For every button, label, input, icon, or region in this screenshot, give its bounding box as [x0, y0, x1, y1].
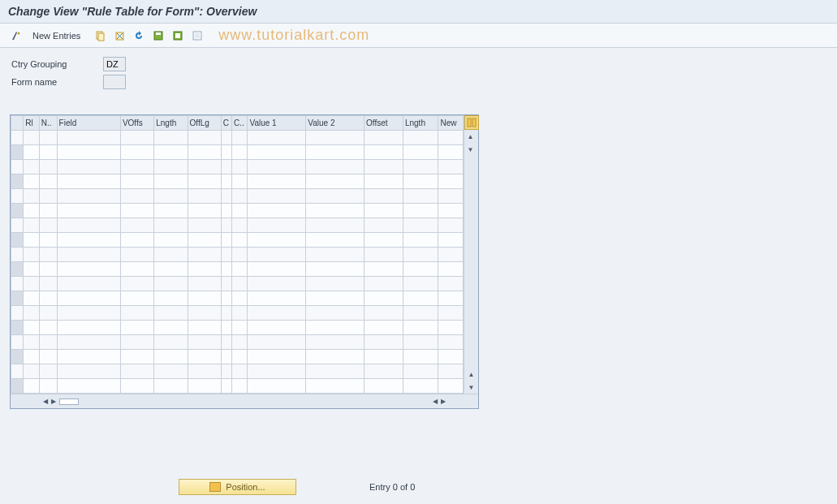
- cell[interactable]: [306, 145, 365, 160]
- toggle-display-icon[interactable]: [8, 28, 24, 44]
- cell[interactable]: [24, 145, 40, 160]
- cell[interactable]: [306, 262, 365, 277]
- undo-icon[interactable]: [131, 28, 147, 44]
- cell[interactable]: [221, 306, 231, 321]
- cell[interactable]: [24, 277, 40, 291]
- cell[interactable]: [403, 335, 438, 350]
- cell[interactable]: [365, 174, 403, 189]
- cell[interactable]: [365, 379, 403, 394]
- horizontal-scrollbar[interactable]: ◀ ▶ ◀ ▶: [11, 394, 478, 408]
- cell[interactable]: [154, 204, 188, 218]
- col-header[interactable]: C..: [231, 116, 248, 131]
- cell[interactable]: [39, 262, 57, 277]
- cell[interactable]: [403, 233, 438, 248]
- select-all-icon[interactable]: [170, 28, 186, 44]
- cell[interactable]: [221, 262, 231, 277]
- cell[interactable]: [365, 248, 403, 262]
- cell[interactable]: [24, 160, 40, 174]
- cell[interactable]: [24, 233, 40, 248]
- cell[interactable]: [120, 189, 153, 204]
- col-header[interactable]: Lngth: [403, 116, 438, 131]
- cell[interactable]: [365, 335, 403, 350]
- cell[interactable]: [403, 174, 438, 189]
- cell[interactable]: [438, 321, 464, 335]
- cell[interactable]: [154, 262, 188, 277]
- row-selector[interactable]: [11, 350, 24, 364]
- cell[interactable]: [39, 145, 57, 160]
- cell[interactable]: [306, 174, 365, 189]
- cell[interactable]: [221, 248, 231, 262]
- cell[interactable]: [39, 204, 57, 218]
- cell[interactable]: [231, 248, 248, 262]
- cell[interactable]: [188, 364, 221, 379]
- cell[interactable]: [154, 277, 188, 291]
- cell[interactable]: [221, 335, 231, 350]
- cell[interactable]: [248, 335, 306, 350]
- cell[interactable]: [231, 189, 248, 204]
- scroll-slot[interactable]: [59, 398, 79, 405]
- cell[interactable]: [438, 218, 464, 233]
- cell[interactable]: [365, 350, 403, 364]
- cell[interactable]: [306, 204, 365, 218]
- cell[interactable]: [248, 131, 306, 145]
- cell[interactable]: [231, 277, 248, 291]
- row-selector[interactable]: [11, 160, 24, 174]
- scroll-left-icon[interactable]: ◀: [43, 398, 48, 405]
- cell[interactable]: [188, 248, 221, 262]
- cell[interactable]: [39, 277, 57, 291]
- cell[interactable]: [221, 379, 231, 394]
- cell[interactable]: [57, 321, 120, 335]
- cell[interactable]: [120, 277, 153, 291]
- cell[interactable]: [24, 262, 40, 277]
- cell[interactable]: [365, 262, 403, 277]
- vertical-scrollbar[interactable]: ▲ ▼ ▲ ▼: [464, 115, 478, 394]
- cell[interactable]: [365, 189, 403, 204]
- cell[interactable]: [188, 350, 221, 364]
- cell[interactable]: [221, 364, 231, 379]
- cell[interactable]: [24, 335, 40, 350]
- cell[interactable]: [120, 145, 153, 160]
- cell[interactable]: [306, 248, 365, 262]
- cell[interactable]: [57, 262, 120, 277]
- row-selector[interactable]: [11, 218, 24, 233]
- cell[interactable]: [438, 350, 464, 364]
- col-header[interactable]: C: [221, 116, 231, 131]
- cell[interactable]: [39, 160, 57, 174]
- cell[interactable]: [120, 218, 153, 233]
- cell[interactable]: [248, 306, 306, 321]
- cell[interactable]: [120, 321, 153, 335]
- scroll-down-icon[interactable]: ▼: [464, 143, 477, 156]
- cell[interactable]: [154, 306, 188, 321]
- cell[interactable]: [248, 262, 306, 277]
- ctry-grouping-input[interactable]: [103, 57, 126, 71]
- cell[interactable]: [24, 379, 40, 394]
- cell[interactable]: [438, 233, 464, 248]
- cell[interactable]: [188, 189, 221, 204]
- cell[interactable]: [120, 291, 153, 306]
- cell[interactable]: [438, 189, 464, 204]
- cell[interactable]: [120, 364, 153, 379]
- cell[interactable]: [306, 335, 365, 350]
- cell[interactable]: [438, 174, 464, 189]
- cell[interactable]: [306, 160, 365, 174]
- cell[interactable]: [231, 364, 248, 379]
- cell[interactable]: [120, 379, 153, 394]
- cell[interactable]: [39, 306, 57, 321]
- cell[interactable]: [24, 350, 40, 364]
- row-selector[interactable]: [11, 306, 24, 321]
- row-selector[interactable]: [11, 364, 24, 379]
- cell[interactable]: [403, 131, 438, 145]
- cell[interactable]: [221, 145, 231, 160]
- cell[interactable]: [39, 233, 57, 248]
- cell[interactable]: [248, 189, 306, 204]
- cell[interactable]: [231, 335, 248, 350]
- cell[interactable]: [39, 335, 57, 350]
- row-selector[interactable]: [11, 291, 24, 306]
- cell[interactable]: [231, 379, 248, 394]
- scroll-left-end-icon[interactable]: ◀: [433, 398, 438, 405]
- row-selector[interactable]: [11, 379, 24, 394]
- cell[interactable]: [248, 350, 306, 364]
- cell[interactable]: [365, 306, 403, 321]
- cell[interactable]: [57, 248, 120, 262]
- cell[interactable]: [24, 306, 40, 321]
